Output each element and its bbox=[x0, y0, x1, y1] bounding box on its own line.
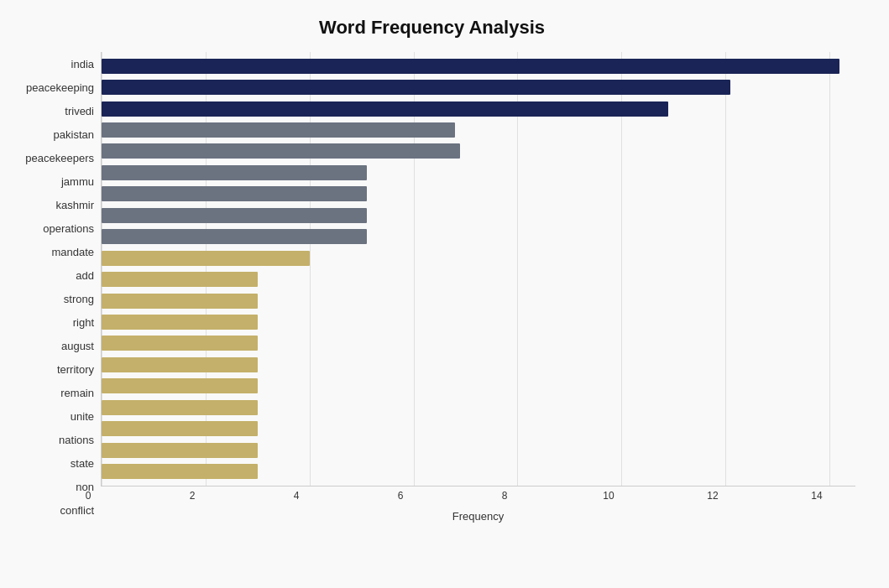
x-ticks-row: 02468101214 bbox=[101, 490, 855, 507]
x-tick: 2 bbox=[180, 490, 205, 502]
bar bbox=[102, 443, 258, 458]
bar bbox=[102, 208, 367, 223]
bars-area bbox=[101, 52, 855, 487]
bar bbox=[102, 336, 258, 351]
bars-rows bbox=[102, 52, 855, 486]
bar-row bbox=[102, 142, 855, 160]
bar bbox=[102, 59, 839, 74]
bar bbox=[102, 294, 258, 309]
x-tick: 10 bbox=[596, 490, 621, 502]
bar bbox=[102, 80, 730, 95]
bar-row bbox=[102, 249, 855, 268]
y-label: add bbox=[76, 266, 94, 284]
bar bbox=[102, 229, 367, 244]
bar bbox=[102, 421, 258, 436]
bar-row bbox=[102, 206, 855, 225]
y-label: right bbox=[73, 314, 94, 332]
bar-row bbox=[102, 100, 855, 118]
bar bbox=[102, 315, 258, 330]
bar-row bbox=[102, 185, 855, 203]
bar-row bbox=[102, 292, 855, 310]
bar bbox=[102, 357, 258, 372]
y-label: unite bbox=[71, 408, 94, 426]
bar bbox=[102, 400, 258, 415]
bar bbox=[102, 272, 258, 287]
bar bbox=[102, 165, 367, 180]
x-axis: 02468101214 bbox=[101, 487, 855, 507]
bar-row bbox=[102, 57, 855, 75]
bar-row bbox=[102, 334, 855, 352]
bar-row bbox=[102, 419, 855, 438]
y-label: territory bbox=[57, 361, 94, 379]
x-tick: 12 bbox=[700, 490, 725, 502]
x-axis-label: Frequency bbox=[101, 510, 855, 523]
x-tick: 14 bbox=[804, 490, 829, 502]
bar-row bbox=[102, 356, 855, 374]
y-label: state bbox=[71, 455, 94, 473]
bar bbox=[102, 101, 668, 117]
bar bbox=[102, 251, 310, 266]
bar-row bbox=[102, 462, 855, 481]
bar-row bbox=[102, 441, 855, 460]
y-label: operations bbox=[43, 219, 94, 237]
y-label: nations bbox=[59, 431, 94, 450]
x-tick: 6 bbox=[388, 490, 413, 502]
bars-and-x: 02468101214 Frequency bbox=[101, 52, 855, 523]
bar bbox=[102, 186, 367, 201]
bar-row bbox=[102, 313, 855, 331]
y-label: mandate bbox=[51, 242, 94, 261]
y-label: remain bbox=[60, 384, 94, 403]
y-label: strong bbox=[64, 289, 94, 308]
chart-area: indiapeacekeepingtrivedipakistanpeacekee… bbox=[8, 52, 855, 523]
y-label: jammu bbox=[61, 172, 94, 190]
bar bbox=[102, 122, 455, 138]
chart-title: Word Frequency Analysis bbox=[8, 17, 855, 39]
y-label: conflict bbox=[60, 502, 94, 520]
bar bbox=[102, 143, 460, 159]
y-label: peacekeepers bbox=[25, 148, 94, 167]
bar-row bbox=[102, 227, 855, 246]
y-label: kashmir bbox=[55, 195, 94, 214]
y-label: trivedi bbox=[65, 101, 94, 120]
bar-row bbox=[102, 164, 855, 182]
y-label: pakistan bbox=[54, 125, 94, 143]
bar-row bbox=[102, 270, 855, 289]
bar bbox=[102, 378, 258, 393]
x-tick: 4 bbox=[284, 490, 309, 502]
bar-row bbox=[102, 398, 855, 417]
bar-row bbox=[102, 78, 855, 96]
bar bbox=[102, 464, 258, 479]
y-axis: indiapeacekeepingtrivedipakistanpeacekee… bbox=[8, 52, 101, 523]
x-tick: 8 bbox=[492, 490, 517, 502]
bar-row bbox=[102, 377, 855, 395]
y-label: india bbox=[71, 55, 94, 73]
y-label: august bbox=[61, 337, 94, 356]
x-tick: 0 bbox=[76, 490, 101, 502]
chart-container: Word Frequency Analysis indiapeacekeepin… bbox=[0, 0, 889, 588]
y-label: peacekeeping bbox=[26, 78, 94, 96]
bar-row bbox=[102, 121, 855, 139]
